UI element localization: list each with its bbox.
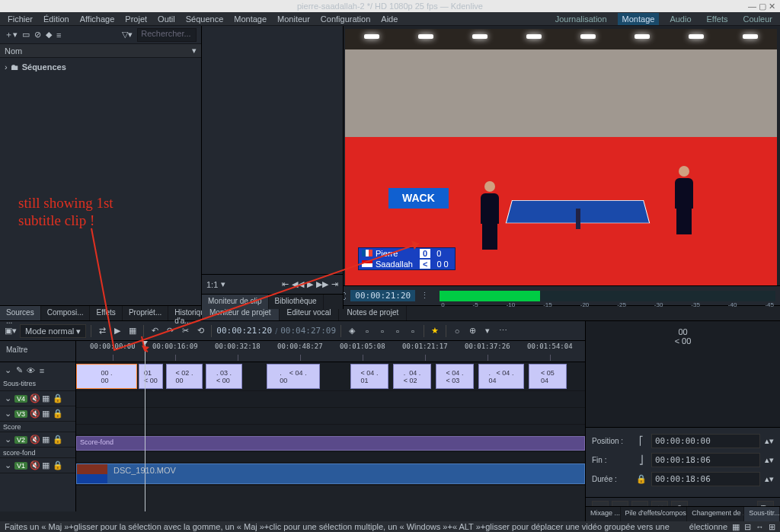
edit-mode-select[interactable]: Mode normal ▾ <box>20 324 86 338</box>
subtitle-clip[interactable]: . 04 . < 02 <box>393 364 431 389</box>
clip-video[interactable]: DSC_1910.MOV <box>76 464 585 484</box>
i8-icon[interactable]: ⋯ <box>497 325 509 337</box>
tab-mixage[interactable]: Mixage ... <box>586 507 621 521</box>
stepper-icon[interactable]: ▴▾ <box>765 455 774 465</box>
bin-item-sequences[interactable]: › 🖿 Séquences <box>5 61 197 73</box>
menu-edition[interactable]: Édition <box>39 13 74 25</box>
stepper-icon[interactable]: ▴▾ <box>765 474 774 484</box>
preview-viewport[interactable]: WACK Pierre00 Saadallah<0 0 <box>345 29 777 285</box>
layout-switcher[interactable]: Journalisation Montage Audio Effets Coul… <box>551 12 777 26</box>
status-icon[interactable]: ⊟ <box>744 522 751 532</box>
timeline-tracks[interactable]: 00:00:00:0000:00:16:0900:00:32:1800:00:4… <box>76 341 585 511</box>
menu-outil[interactable]: Outil <box>153 13 180 25</box>
menu-configuration[interactable]: Configuration <box>316 13 375 25</box>
track-header-v3[interactable]: ⌄V3🔇▦🔒 <box>0 406 75 422</box>
tool4-icon[interactable]: ↷ <box>164 325 176 337</box>
subtitle-clip[interactable]: < 04 . < 03 <box>436 364 474 389</box>
tab-pile-effets[interactable]: Pile d'effets/composi... <box>621 507 688 521</box>
expand-icon[interactable]: ⌄ <box>3 365 12 375</box>
play-icon[interactable]: ▶ <box>307 279 313 289</box>
tool6-icon[interactable]: ⟲ <box>194 325 206 337</box>
expand-icon[interactable]: › <box>5 62 8 72</box>
subtitle-clip[interactable]: 01 < 00 <box>139 364 163 389</box>
track-v2[interactable]: Score-fond <box>76 435 585 452</box>
subtitle-clip[interactable]: . < 04 . 04 <box>478 364 524 389</box>
zoom-label[interactable]: 1:1 <box>206 280 218 289</box>
position-field[interactable]: 00:00:00:00 <box>651 434 760 448</box>
bin-tabs[interactable]: Sources ... Composi... Effets Propriét..… <box>0 305 201 320</box>
options-icon[interactable]: ⋮ <box>418 290 430 302</box>
subtitle-clip[interactable]: < 05 04 <box>529 364 567 389</box>
tool1-icon[interactable]: ⇄ <box>96 325 108 337</box>
folder-icon[interactable]: ▭ <box>22 30 30 40</box>
menu-sequence[interactable]: Séquence <box>181 13 229 25</box>
menu-projet[interactable]: Projet <box>120 13 152 25</box>
status-icon[interactable]: ↔ <box>756 522 764 531</box>
bin-header[interactable]: Nom ▾ <box>0 44 201 58</box>
search-input[interactable]: Rechercher... <box>137 28 197 42</box>
layout-journalisation[interactable]: Journalisation <box>551 13 612 25</box>
layout-montage[interactable]: Montage <box>618 13 660 25</box>
tab-compositions[interactable]: Composi... <box>41 306 91 320</box>
seq-menu-icon[interactable]: ▣▾ <box>5 325 17 337</box>
subtitle-clip[interactable]: < 04 . 01 <box>350 364 388 389</box>
i2-icon[interactable]: ▫ <box>376 325 388 337</box>
menu-affichage[interactable]: Affichage <box>75 13 120 25</box>
track-subtitles[interactable]: 00 . 0001 < 00< 02 . 00. 03 . < 00. < 04… <box>76 362 585 391</box>
anchor-icon[interactable]: ⎦ <box>636 455 647 465</box>
list-icon[interactable]: ≡ <box>37 366 46 375</box>
stepper-icon[interactable]: ▴▾ <box>765 436 774 446</box>
clip-monitor-controls[interactable]: 1:1▾ ⇤ ◀◀ ▶ ▶▶ ⇥ <box>202 274 343 294</box>
lock-icon[interactable]: 🔒 <box>636 474 647 484</box>
layout-effets[interactable]: Effets <box>702 13 733 25</box>
in-icon[interactable]: ⇤ <box>282 279 289 289</box>
timeline-toolbar[interactable]: ▣▾ Mode normal ▾ ⇄ ▶ ▦ ↶ ↷ ✂ ⟲ 00:00:21:… <box>0 321 585 341</box>
eye-icon[interactable]: 👁 <box>26 366 35 375</box>
i5-icon[interactable]: ○ <box>451 325 463 337</box>
i7-icon[interactable]: ▾ <box>481 325 494 337</box>
anchor-icon[interactable]: ⎡ <box>636 436 647 446</box>
duree-field[interactable]: 00:00:18:06 <box>651 472 760 486</box>
track-header-v2[interactable]: ⌄V2🔇▦🔒 <box>0 432 75 448</box>
subtitle-clip[interactable]: 00 . 00 <box>76 364 137 389</box>
cut-icon[interactable]: ✂ <box>179 325 191 337</box>
menu-moniteur[interactable]: Moniteur <box>273 13 315 25</box>
timeline-ruler[interactable]: 00:00:00:0000:00:16:0900:00:32:1800:00:4… <box>76 341 585 362</box>
track-v4[interactable] <box>76 391 585 408</box>
status-icon[interactable]: ▦ <box>732 522 740 532</box>
marker-icon[interactable]: ◈ <box>346 325 358 337</box>
bin-toolbar[interactable]: ＋▾ ▭ ⊘ ◆ ≡ ▽▾ Rechercher... <box>0 26 201 44</box>
i4-icon[interactable]: ▫ <box>407 325 419 337</box>
sort-icon[interactable]: ▾ <box>192 46 197 56</box>
tag-icon[interactable]: ◆ <box>46 30 52 40</box>
timeline-position[interactable]: 00:00:21:20 <box>216 326 272 336</box>
right-panel-tabs[interactable]: Mixage ... Pile d'effets/composi... Chan… <box>586 506 780 521</box>
track-header-v1[interactable]: ⌄V1🔇▦🔒 <box>0 458 75 473</box>
delete-icon[interactable]: ⊘ <box>34 30 41 40</box>
tool2-icon[interactable]: ▦ <box>126 325 139 337</box>
menu-aide[interactable]: Aide <box>376 13 402 25</box>
track-header-subtitles[interactable]: ⌄✎👁≡ Sous-titres <box>0 362 75 391</box>
edit-icon[interactable]: ✎ <box>14 365 24 375</box>
star-icon[interactable]: ★ <box>429 325 441 337</box>
ffw-icon[interactable]: ▶▶ <box>316 279 328 289</box>
filter-icon[interactable]: ▽▾ <box>122 30 133 40</box>
clip-score-fond[interactable]: Score-fond <box>76 436 585 451</box>
menu-montage[interactable]: Montage <box>229 13 271 25</box>
out-icon[interactable]: ⇥ <box>331 279 338 289</box>
tab-proprietes[interactable]: Propriét... <box>123 306 168 320</box>
tab-notes-projet[interactable]: Notes de projet <box>339 306 407 320</box>
window-controls[interactable]: — ▢ ✕ <box>748 2 775 11</box>
i3-icon[interactable]: ▫ <box>392 325 404 337</box>
tab-bibliotheque[interactable]: Bibliothèque <box>269 295 324 309</box>
tab-changement[interactable]: Changement de ... <box>687 507 744 521</box>
tab-sources[interactable]: Sources ... <box>0 306 41 320</box>
add-clip-icon[interactable]: ＋▾ <box>5 29 18 40</box>
layout-couleur[interactable]: Couleur <box>738 13 777 25</box>
clip-monitor-tabs[interactable]: Moniteur de clip Bibliothèque <box>202 294 343 309</box>
play-icon[interactable]: ▶ <box>111 325 123 337</box>
tool3-icon[interactable]: ↶ <box>149 325 161 337</box>
timeline[interactable]: Maître ⌄✎👁≡ Sous-titres ⌄V4🔇▦🔒 ⌄V3🔇▦🔒 Sc… <box>0 341 585 511</box>
menu-fichier[interactable]: Fichier <box>3 13 37 25</box>
i1-icon[interactable]: ▫ <box>361 325 373 337</box>
